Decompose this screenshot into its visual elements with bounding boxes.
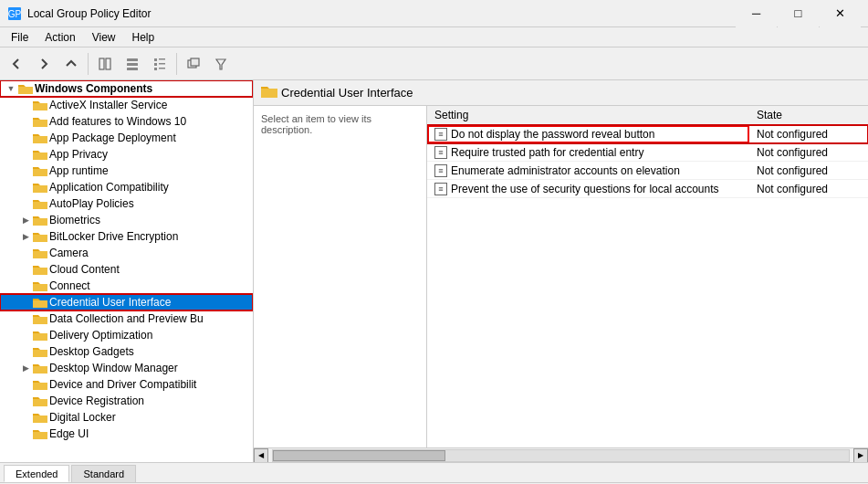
col-setting[interactable]: Setting [427, 106, 749, 125]
tab-standard[interactable]: Standard [71, 465, 136, 482]
expand-placeholder [18, 163, 33, 178]
tree-item-autoplay[interactable]: AutoPlay Policies [0, 195, 253, 212]
toolbar [0, 47, 868, 80]
close-button[interactable]: ✕ [820, 0, 861, 27]
folder-icon [33, 311, 47, 326]
add-features-label: Add features to Windows 10 [49, 115, 253, 128]
scroll-right-button[interactable]: ▶ [853, 448, 868, 463]
expand-placeholder [18, 311, 33, 326]
svg-rect-2 [99, 58, 104, 69]
device-reg-label: Device Registration [49, 395, 253, 407]
tree-item-app-runtime[interactable]: App runtime [0, 163, 253, 179]
tree-item-device-driver[interactable]: Device and Driver Compatibilit [0, 376, 253, 393]
biometrics-label: Biometrics [49, 214, 253, 226]
expand-placeholder [18, 114, 33, 129]
tree-item-add-features[interactable]: Add features to Windows 10 [0, 113, 253, 130]
list-button[interactable] [120, 51, 145, 77]
app-compat-label: Application Compatibility [49, 181, 253, 194]
menu-file[interactable]: File [4, 29, 36, 46]
expand-placeholder [18, 131, 33, 145]
folder-icon [33, 295, 47, 310]
tree-item-app-privacy[interactable]: App Privacy [0, 146, 253, 163]
filter-button[interactable] [208, 51, 234, 77]
setting-label: Do not display the password reveal butto… [451, 128, 654, 141]
back-button[interactable] [4, 51, 29, 77]
windows-components-label: Windows Components [35, 82, 253, 95]
settings-panel[interactable]: Setting State ≡ Do not display the passw… [427, 106, 868, 447]
expand-placeholder [18, 377, 33, 392]
tree-item-biometrics[interactable]: ▶ Biometrics [0, 212, 253, 228]
window-title: Local Group Policy Editor [27, 7, 736, 20]
h-scrollbar[interactable]: ◀ ▶ [254, 447, 868, 462]
folder-icon [33, 279, 47, 293]
desktop-wm-label: Desktop Window Manager [49, 362, 253, 374]
device-driver-label: Device and Driver Compatibilit [49, 378, 253, 391]
right-content: Select an item to view its description. … [254, 106, 868, 447]
scrollbar-track[interactable] [272, 449, 850, 462]
tree-item-credential-ui[interactable]: Credential User Interface [0, 294, 253, 310]
menu-help[interactable]: Help [125, 29, 162, 46]
tree-item-connect[interactable]: Connect [0, 278, 253, 294]
tree-item-activex[interactable]: ActiveX Installer Service [0, 97, 253, 113]
table-row[interactable]: ≡ Do not display the password reveal but… [427, 125, 868, 143]
tree-scroll[interactable]: ▼ Windows Components [0, 80, 253, 462]
tree-item-camera[interactable]: Camera [0, 245, 253, 261]
tree-item-desktop-wm[interactable]: ▶ Desktop Window Manager [0, 360, 253, 376]
details-button[interactable] [147, 51, 173, 77]
expand-icon[interactable]: ▼ [4, 81, 18, 96]
minimize-button[interactable]: ─ [736, 0, 777, 27]
tree-item-delivery-opt[interactable]: Delivery Optimization [0, 327, 253, 343]
main-container: ▼ Windows Components [0, 80, 868, 462]
folder-icon [33, 229, 47, 244]
forward-button[interactable] [31, 51, 57, 77]
table-row[interactable]: ≡ Enumerate administrator accounts on el… [427, 162, 868, 180]
edge-ui-label: Edge UI [49, 427, 253, 440]
svg-rect-7 [154, 58, 157, 61]
expand-placeholder [18, 246, 33, 260]
window-controls: ─ □ ✕ [736, 0, 861, 27]
tree-item-edge-ui[interactable]: Edge UI [0, 426, 253, 442]
folder-icon [33, 98, 47, 112]
expand-placeholder [18, 394, 33, 408]
folder-icon [33, 361, 47, 375]
scrollbar-thumb[interactable] [273, 450, 445, 461]
right-header-title: Credential User Interface [281, 86, 413, 100]
setting-label: Prevent the use of security questions fo… [451, 183, 719, 195]
expand-biometrics-icon[interactable]: ▶ [18, 213, 33, 227]
maximize-button[interactable]: □ [778, 0, 819, 27]
show-hide-button[interactable] [92, 51, 118, 77]
svg-rect-9 [154, 63, 157, 66]
policy-icon: ≡ [434, 128, 447, 141]
tree-item-bitlocker[interactable]: ▶ BitLocker Drive Encryption [0, 228, 253, 245]
policy-icon: ≡ [434, 146, 447, 159]
tree-item-app-compat[interactable]: Application Compatibility [0, 179, 253, 195]
menu-action[interactable]: Action [37, 29, 82, 46]
tree-item-digital-locker[interactable]: Digital Locker [0, 409, 253, 426]
folder-icon [33, 180, 47, 195]
tab-extended[interactable]: Extended [4, 465, 69, 482]
tree-item-data-collection[interactable]: Data Collection and Preview Bu [0, 310, 253, 327]
tree-item-desktop-gadgets[interactable]: Desktop Gadgets [0, 343, 253, 360]
right-header: Credential User Interface [254, 80, 868, 106]
folder-icon [33, 114, 47, 129]
tree-item-cloud-content[interactable]: Cloud Content [0, 261, 253, 278]
up-button[interactable] [58, 51, 84, 77]
tree-item-app-package[interactable]: App Package Deployment [0, 130, 253, 146]
svg-marker-15 [216, 59, 225, 69]
scroll-left-button[interactable]: ◀ [254, 448, 268, 463]
expand-placeholder [18, 279, 33, 293]
table-row[interactable]: ≡ Prevent the use of security questions … [427, 180, 868, 198]
state-cell: Not configured [749, 125, 868, 143]
menu-view[interactable]: View [85, 29, 123, 46]
col-state[interactable]: State [749, 106, 868, 125]
table-row[interactable]: ≡ Require trusted path for credential en… [427, 143, 868, 162]
folder-icon [18, 81, 33, 96]
setting-cell: ≡ Require trusted path for credential en… [427, 143, 749, 162]
tree-item-windows-components[interactable]: ▼ Windows Components [0, 80, 253, 97]
expand-desktop-wm-icon[interactable]: ▶ [18, 361, 33, 375]
expand-bitlocker-icon[interactable]: ▶ [18, 229, 33, 244]
tree-item-device-reg[interactable]: Device Registration [0, 393, 253, 409]
expand-placeholder [18, 196, 33, 211]
folder-icon [33, 246, 47, 260]
new-window-button[interactable] [181, 51, 206, 77]
